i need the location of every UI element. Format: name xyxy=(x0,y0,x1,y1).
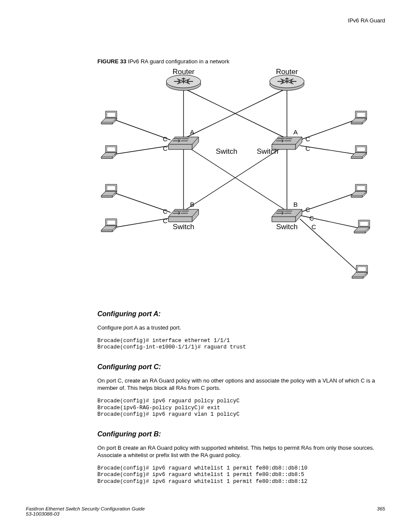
running-header: IPv6 RA Guard xyxy=(348,17,385,24)
svg-line-19 xyxy=(300,219,358,271)
code-port-c: Brocade(config)# ipv6 raguard policy pol… xyxy=(97,398,385,418)
label-portA-1: A xyxy=(190,128,194,136)
label-portC-bl2: C xyxy=(163,217,168,224)
svg-line-15 xyxy=(115,193,171,212)
svg-line-16 xyxy=(115,218,171,227)
svg-line-18 xyxy=(300,215,360,228)
label-portC-tl2: C xyxy=(163,145,168,152)
figure-caption-text: IPv6 RA guard configuration in a network xyxy=(128,58,230,65)
label-router-1: Router xyxy=(172,69,194,76)
body-port-c: On port C, create an RA Guard policy wit… xyxy=(97,377,385,392)
label-portC-br1: C xyxy=(305,206,310,213)
label-router-2: Router xyxy=(276,69,298,76)
footer-page: 365 xyxy=(377,506,385,516)
label-switch-bl: Switch xyxy=(173,223,194,231)
label-portC-bl1: C xyxy=(163,208,168,215)
page-footer: FastIron Ethernet Switch Security Config… xyxy=(26,506,385,516)
label-portA-2: A xyxy=(293,128,298,136)
network-diagram: Router Router Switch Switch Switch Switc… xyxy=(97,69,377,297)
label-portB-1: B xyxy=(190,201,194,208)
label-portC-tr1: C xyxy=(305,135,310,143)
code-port-b: Brocade(config)# ipv6 raguard whitelist … xyxy=(97,465,385,485)
label-portC-br2: C xyxy=(309,215,314,222)
label-switch-br: Switch xyxy=(276,223,298,231)
heading-port-b: Configuring port B: xyxy=(97,430,385,438)
body-port-b: On port B create an RA Guard policy with… xyxy=(97,444,385,459)
label-portC-tl1: C xyxy=(163,135,168,143)
label-portC-tr2: C xyxy=(305,145,310,152)
label-switch-tr: Switch xyxy=(257,147,278,156)
footer-partno: 53-1003088-03 xyxy=(26,511,145,516)
footer-title: FastIron Ethernet Switch Security Config… xyxy=(26,506,145,511)
label-portC-br3: C xyxy=(311,223,316,230)
body-port-a: Configure port A as a trusted port. xyxy=(97,324,385,332)
label-portB-2: B xyxy=(293,201,298,208)
figure-caption: FIGURE 33 IPv6 RA guard configuration in… xyxy=(97,58,385,65)
code-port-a: Brocade(config)# interface ethernet 1/1/… xyxy=(97,338,385,351)
svg-line-12 xyxy=(115,146,171,154)
label-switch-tl: Switch xyxy=(216,147,237,156)
figure-label: FIGURE 33 xyxy=(97,58,126,65)
svg-line-11 xyxy=(115,120,171,140)
heading-port-a: Configuring port A: xyxy=(97,310,385,318)
heading-port-c: Configuring port C: xyxy=(97,363,385,371)
